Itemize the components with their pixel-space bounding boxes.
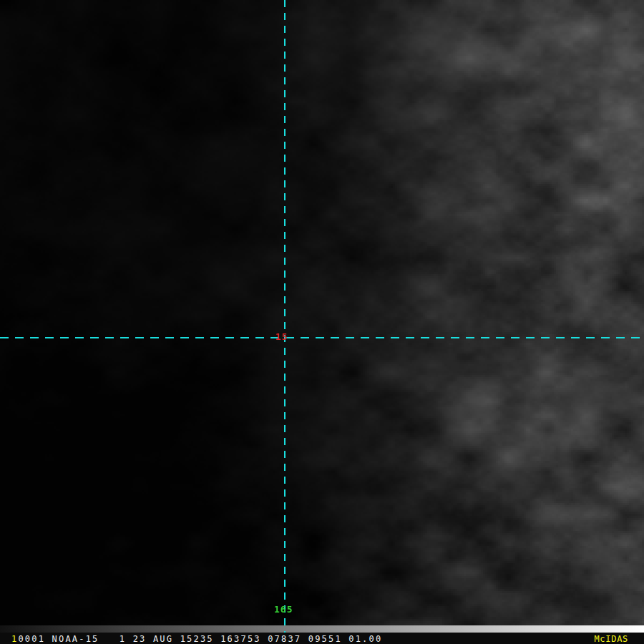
mcidas-image-display: 15 165 10001 NOAA-15 1 23 AUG 15235 1637… [0,0,644,644]
status-line: 10001 NOAA-15 1 23 AUG 15235 163753 0783… [11,633,382,644]
crosshair-vertical-line [284,0,286,633]
mcidas-brand: McIDAS [594,633,628,644]
crosshair-horizontal-line [0,337,644,338]
status-bar: 10001 NOAA-15 1 23 AUG 15235 163753 0783… [0,633,644,644]
crosshair-center-label: 15 [275,332,288,341]
image-id-text: 0001 NOAA-15 [18,634,99,644]
satellite-image[interactable] [0,0,644,625]
crosshair-bottom-label: 165 [274,605,293,614]
image-info-text: 1 23 AUG 15235 163753 07837 09551 01.00 [99,634,383,644]
grayscale-colorbar [0,625,644,633]
